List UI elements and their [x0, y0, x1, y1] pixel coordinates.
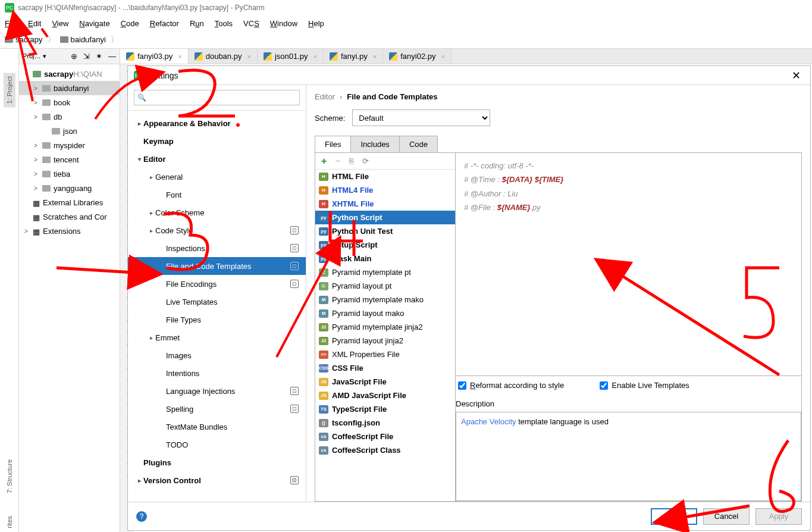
scheme-select[interactable]: Default: [352, 109, 490, 126]
editor-tab[interactable]: json01.py×: [258, 49, 324, 64]
breadcrumb-item[interactable]: baidufanyi 〉: [60, 35, 121, 45]
tree-item[interactable]: json: [19, 124, 120, 138]
settings-nav-item[interactable]: Keymap: [128, 132, 306, 150]
settings-nav-item[interactable]: Live Templates: [128, 293, 306, 311]
copy-icon[interactable]: ⎘: [349, 157, 354, 165]
template-list-item[interactable]: pyPython Script: [315, 211, 455, 224]
reformat-check-input[interactable]: [458, 381, 466, 390]
settings-nav-item[interactable]: ▸Code Style⊡: [128, 221, 306, 239]
template-tab[interactable]: Files: [315, 136, 351, 152]
settings-nav-item[interactable]: File and Code Templates⊡: [128, 257, 306, 275]
template-list-item[interactable]: pyFlask Main: [315, 252, 455, 265]
editor-tab[interactable]: fanyi02.py×: [383, 49, 452, 64]
hide-icon[interactable]: —: [108, 52, 116, 61]
template-list-item[interactable]: csCoffeeScript Class: [315, 443, 455, 457]
remove-icon[interactable]: −: [335, 156, 340, 167]
menu-refactor[interactable]: Refactor: [150, 19, 179, 28]
settings-nav-item[interactable]: File Types: [128, 311, 306, 328]
settings-nav-item[interactable]: TODO: [128, 436, 306, 453]
settings-nav-item[interactable]: ▸Appearance & Behavior: [128, 114, 306, 132]
template-list-item[interactable]: pySetup Script: [315, 238, 455, 252]
menu-file[interactable]: File: [5, 19, 17, 28]
template-code-editor[interactable]: # -*- coding: utf-8 -*-# @Time : ${DATA}…: [456, 153, 801, 376]
tree-item[interactable]: >db: [19, 109, 120, 124]
editor-tab[interactable]: fanyi.py×: [324, 49, 383, 64]
tree-item[interactable]: ▦Scratches and Cor: [19, 209, 120, 224]
close-icon[interactable]: ✕: [788, 69, 804, 82]
scroll-from-source-icon[interactable]: ⊕: [71, 52, 77, 61]
template-list-item[interactable]: HXHTML File: [315, 197, 455, 211]
settings-nav-item[interactable]: Images: [128, 346, 306, 364]
menu-window[interactable]: Window: [270, 19, 297, 28]
editor-tab[interactable]: fanyi03.py×: [120, 49, 189, 64]
tool-tab-structure[interactable]: 7: Structure: [4, 456, 15, 497]
template-list-item[interactable]: HHTML4 File: [315, 183, 455, 197]
close-tab-icon[interactable]: ×: [441, 53, 444, 60]
menu-code[interactable]: Code: [121, 19, 139, 28]
tree-item[interactable]: >yangguang: [19, 181, 120, 195]
ok-button[interactable]: OK: [651, 508, 697, 525]
template-list-item[interactable]: MPyramid layout mako: [315, 306, 455, 320]
close-tab-icon[interactable]: ×: [247, 53, 250, 60]
close-tab-icon[interactable]: ×: [313, 53, 317, 60]
settings-nav-item[interactable]: Intentions: [128, 364, 306, 382]
editor-tab[interactable]: douban.py×: [189, 49, 258, 64]
tool-tab-favorites[interactable]: rites: [4, 515, 15, 532]
template-list-item[interactable]: pyPython Unit Test: [315, 224, 455, 238]
menu-navigate[interactable]: Navigate: [79, 19, 109, 28]
menu-view[interactable]: View: [52, 19, 68, 28]
template-list-item[interactable]: J2Pyramid mytemplate jinja2: [315, 320, 455, 334]
settings-nav-item[interactable]: Language Injections⊡: [128, 382, 306, 400]
settings-nav-item[interactable]: Plugins: [128, 453, 306, 471]
live-check-input[interactable]: [600, 381, 608, 390]
reformat-checkbox[interactable]: Reformat according to style: [458, 381, 564, 390]
settings-search-input[interactable]: [134, 90, 300, 105]
settings-nav-item[interactable]: ▾Editor: [128, 150, 306, 168]
add-icon[interactable]: +: [321, 156, 327, 167]
cancel-button[interactable]: Cancel: [703, 508, 750, 525]
close-tab-icon[interactable]: ×: [178, 53, 181, 60]
tree-item[interactable]: >book: [19, 95, 120, 109]
template-list-item[interactable]: TSTypeScript File: [315, 402, 455, 416]
template-list-item[interactable]: HHTML File: [315, 170, 455, 183]
menu-vcs[interactable]: VCS: [243, 19, 259, 28]
breadcrumb-item[interactable]: sacrapy 〉: [5, 35, 58, 45]
tree-root[interactable]: ▾sacrapy H:\QIAN: [19, 67, 120, 81]
template-list-item[interactable]: {}tsconfig.json: [315, 416, 455, 430]
settings-nav-item[interactable]: ▸Emmet: [128, 328, 306, 346]
template-list-item[interactable]: <>XML Properties File: [315, 348, 455, 361]
tool-tab-project[interactable]: 1: Project: [4, 73, 15, 107]
menu-help[interactable]: Help: [308, 19, 324, 28]
settings-nav-item[interactable]: ▸Color Scheme: [128, 204, 306, 221]
settings-nav-item[interactable]: Spelling⊡: [128, 400, 306, 418]
gear-icon[interactable]: ✶: [96, 52, 102, 61]
live-templates-checkbox[interactable]: Enable Live Templates: [600, 381, 689, 390]
settings-nav-item[interactable]: ▸Version Control⊡: [128, 471, 306, 489]
menu-edit[interactable]: Edit: [28, 19, 41, 28]
tree-item[interactable]: >baidufanyi: [19, 81, 120, 95]
close-tab-icon[interactable]: ×: [373, 53, 377, 60]
template-list-item[interactable]: CSSCSS File: [315, 361, 455, 375]
settings-nav-item[interactable]: TextMate Bundles: [128, 418, 306, 436]
settings-nav-item[interactable]: Font: [128, 186, 306, 204]
template-tab[interactable]: Includes: [351, 136, 399, 152]
template-list-item[interactable]: csCoffeeScript File: [315, 430, 455, 443]
breadcrumb-parent[interactable]: Editor: [315, 92, 335, 101]
tree-item[interactable]: >tieba: [19, 167, 120, 181]
template-list-item[interactable]: JSJavaScript File: [315, 375, 455, 389]
template-list-item[interactable]: CPyramid layout pt: [315, 279, 455, 293]
tree-item[interactable]: >tencent: [19, 152, 120, 167]
template-list-item[interactable]: CPyramid mytemplate pt: [315, 265, 455, 279]
settings-nav-item[interactable]: ▸General: [128, 168, 306, 186]
settings-nav-item[interactable]: File Encodings⊡: [128, 275, 306, 293]
template-list-item[interactable]: JSAMD JavaScript File: [315, 389, 455, 402]
project-view-combo[interactable]: Proj… ▾: [23, 52, 46, 60]
settings-nav-item[interactable]: Inspections⊡: [128, 239, 306, 257]
template-tab[interactable]: Code: [400, 136, 437, 152]
apache-velocity-link[interactable]: Apache Velocity: [461, 417, 516, 426]
collapse-all-icon[interactable]: ⇲: [83, 52, 90, 61]
refresh-icon[interactable]: ⟳: [362, 157, 369, 165]
tree-item[interactable]: >myspider: [19, 138, 120, 152]
apply-button[interactable]: Apply: [755, 508, 802, 525]
menu-run[interactable]: Run: [190, 19, 204, 28]
